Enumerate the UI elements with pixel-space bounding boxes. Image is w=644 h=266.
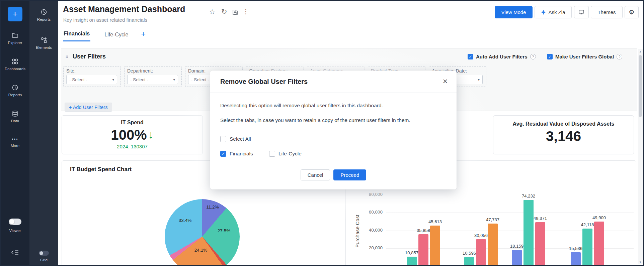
y-axis-tick: 20,000 — [349, 245, 383, 250]
grid-label: Grid — [29, 258, 58, 262]
bar[interactable] — [488, 224, 498, 266]
filter-department: Department: - Select - ▾ — [124, 66, 182, 87]
favorite-star-icon[interactable]: ☆ — [209, 8, 215, 15]
bar-value-label: 49,371 — [529, 216, 552, 221]
bar-value-label: 45,613 — [423, 219, 447, 224]
modal-title: Remove Global User Filters — [220, 78, 308, 86]
auto-add-checkbox[interactable]: ✓ — [468, 54, 473, 59]
bar[interactable] — [512, 250, 522, 266]
make-global-checkbox[interactable]: ✓ — [547, 54, 553, 59]
sidebar-item-label: Explorer — [8, 41, 22, 45]
help-icon[interactable]: ? — [617, 54, 622, 59]
secondary-sidebar: Reports Elements Grid — [29, 1, 58, 265]
user-filters-title: User Filters — [73, 53, 106, 60]
pie-slice-label: 24.1% — [194, 248, 207, 253]
auto-add-label: Auto Add User Filters — [476, 54, 528, 59]
pie-slice-label: 11.2% — [206, 205, 219, 210]
chevron-down-icon: ▾ — [173, 78, 175, 82]
filter-select-value: - Select - — [191, 77, 209, 82]
scroll-down-icon[interactable]: ▾ — [638, 260, 643, 264]
select-all-label: Select All — [230, 136, 251, 142]
viewer-toggle[interactable] — [9, 219, 21, 225]
tab-financials[interactable]: Financials — [63, 29, 90, 41]
option-life-cycle-row: Life-Cycle — [269, 151, 302, 157]
scrollbar-thumb[interactable] — [639, 55, 642, 117]
sidebar-item-label: Data — [11, 119, 19, 123]
kpi-value: 3,146 — [493, 128, 634, 144]
sidebar-item-explorer[interactable]: Explorer — [1, 32, 29, 45]
make-global-group: ✓ Make User Filters Global ? — [547, 54, 622, 59]
vertical-scrollbar[interactable]: ▴ ▾ — [638, 49, 643, 264]
sidebar-item-dashboards[interactable]: Dashboards — [1, 58, 29, 71]
folder-icon — [12, 32, 18, 39]
bar[interactable] — [582, 229, 592, 266]
bar[interactable] — [594, 222, 604, 266]
sidebar-item-label: Elements — [36, 45, 52, 49]
select-all-row: Select All — [220, 136, 251, 142]
kpi-card-it-spend: IT Spend 100%↓ 2024: 130307 — [62, 115, 203, 154]
elements-shapes-icon — [41, 37, 47, 43]
kpi-subtext: 2024: 130307 — [62, 144, 203, 149]
financials-checkbox[interactable]: ✓ — [220, 151, 226, 157]
option-financials-row: ✓ Financials — [220, 151, 253, 157]
help-icon[interactable]: ? — [530, 54, 536, 59]
add-user-filters-button[interactable]: + Add User Filters — [65, 103, 112, 112]
sidebar-item-reports[interactable]: Reports — [1, 84, 29, 97]
proceed-button[interactable]: Proceed — [333, 169, 366, 180]
refresh-icon[interactable]: ↻ — [221, 8, 227, 15]
gridline — [386, 195, 634, 195]
create-new-button[interactable]: + — [8, 7, 22, 21]
pie-slice-label: 33.4% — [179, 218, 191, 223]
view-mode-button[interactable]: View Mode — [495, 6, 533, 18]
close-icon[interactable]: ✕ — [442, 78, 448, 85]
kpi-card-residual-value: Avg. Residual Value of Disposed Assets 3… — [493, 115, 634, 154]
filter-select[interactable]: - Select - ▾ — [66, 75, 117, 84]
scroll-up-icon[interactable]: ▴ — [638, 50, 643, 53]
bar[interactable] — [464, 257, 474, 266]
settings-button[interactable]: ⚙ — [625, 6, 639, 18]
pie-slice-label: 27.5% — [218, 228, 230, 233]
ask-zia-button[interactable]: Ask Zia — [535, 6, 572, 18]
add-tab-button[interactable]: + — [141, 30, 145, 41]
bar[interactable] — [407, 257, 417, 266]
themes-button[interactable]: Themes — [591, 6, 623, 18]
kebab-menu-icon[interactable]: ⋮ — [243, 8, 249, 15]
sidebar-item-data[interactable]: Data — [1, 110, 29, 123]
tab-life-cycle[interactable]: Life-Cycle — [104, 30, 129, 41]
life-cycle-checkbox[interactable] — [269, 151, 275, 157]
y-axis-tick: 80,000 — [349, 192, 383, 197]
filter-label: Department: — [127, 68, 179, 74]
select-all-checkbox[interactable] — [220, 136, 226, 142]
sidebar-item-more[interactable]: ••• More — [1, 137, 29, 148]
sidebar-item-elements[interactable]: Elements — [29, 37, 58, 49]
grid-toggle[interactable] — [39, 251, 49, 256]
app-window: + Explorer Dashboards Reports — [0, 0, 644, 266]
bar[interactable] — [524, 200, 534, 266]
filter-site: Site: - Select - ▾ — [63, 66, 121, 87]
cancel-button[interactable]: Cancel — [301, 169, 330, 180]
financials-label: Financials — [230, 151, 253, 157]
sidebar-item-reports-panel[interactable]: Reports — [29, 9, 58, 21]
modal-message-1: Deselecting this option will remove glob… — [220, 103, 383, 109]
kpi-title: IT Spend — [62, 120, 203, 126]
bar[interactable] — [571, 252, 581, 266]
kpi-value-text: 100% — [111, 127, 147, 143]
filter-select[interactable]: - Select - ▾ — [127, 75, 178, 84]
presentation-mode-button[interactable] — [574, 6, 589, 18]
sidebar-item-label: Reports — [8, 93, 22, 97]
drag-handle-icon[interactable]: ⠿ — [65, 54, 69, 59]
filter-label: Site: — [66, 68, 118, 74]
bar[interactable] — [476, 239, 486, 266]
trend-down-arrow-icon: ↓ — [148, 129, 154, 141]
save-icon[interactable] — [232, 9, 238, 15]
bar-value-label: 47,737 — [481, 217, 504, 222]
remove-global-filters-modal: Remove Global User Filters ✕ Deselecting… — [210, 71, 457, 189]
sidebar-item-label: Dashboards — [5, 67, 25, 71]
bar[interactable] — [430, 226, 440, 266]
bar-value-label: 74,232 — [517, 193, 540, 198]
ellipsis-icon: ••• — [12, 137, 18, 142]
modal-buttons: Cancel Proceed — [210, 169, 457, 180]
bar[interactable] — [535, 222, 545, 266]
bar[interactable] — [418, 234, 428, 266]
collapse-sidebar-icon[interactable] — [11, 249, 19, 255]
